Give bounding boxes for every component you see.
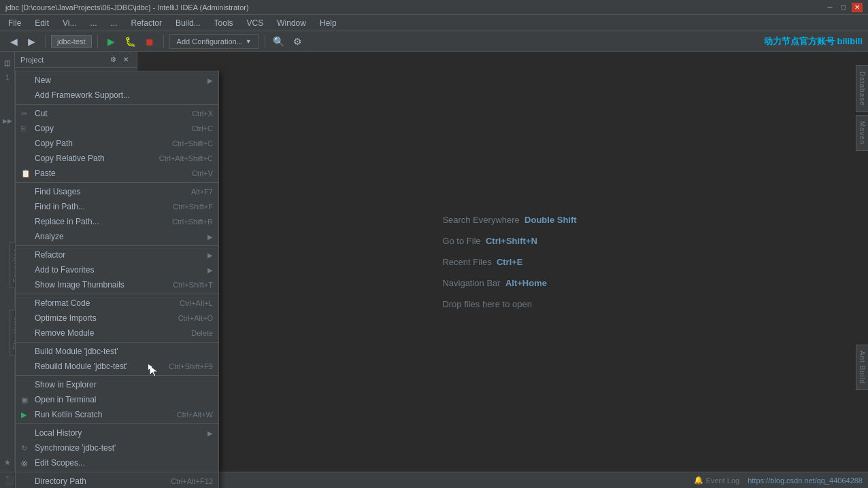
- sidebar-icon-3[interactable]: ★: [1, 455, 14, 469]
- toolbar-settings[interactable]: ⚙: [290, 33, 306, 50]
- menu-edit[interactable]: Edit: [29, 17, 54, 29]
- ctx-edit-scopes[interactable]: ◎ Edit Scopes...: [16, 455, 218, 470]
- database-tab[interactable]: Database: [856, 65, 868, 112]
- ctx-optimize[interactable]: Optimize Imports Ctrl+Alt+O: [16, 311, 218, 326]
- ctx-show-explorer[interactable]: Show in Explorer: [16, 377, 218, 392]
- ctx-show-thumbnails[interactable]: Show Image Thumbnails Ctrl+Shift+T: [16, 277, 218, 292]
- shortcut-nav-bar: Alt+Home: [505, 278, 547, 288]
- panel-title: Project: [20, 56, 44, 64]
- ctx-sep-6: [16, 375, 218, 376]
- sidebar-project-icon[interactable]: ◫: [1, 56, 14, 69]
- ctx-kotlin-shortcut: Ctrl+Alt+W: [177, 411, 213, 419]
- title-bar: jdbc [D:\course\JavaProjects\06-JDBC\jdb…: [0, 0, 868, 15]
- ctx-copy-rel-path[interactable]: Copy Relative Path Ctrl+Alt+Shift+C: [16, 151, 218, 166]
- ctx-analyze-arrow: ▶: [207, 233, 213, 241]
- ant-build-tab[interactable]: Ant Build: [856, 345, 868, 390]
- ctx-refactor[interactable]: Refactor ▶: [16, 247, 218, 262]
- ctx-find-path[interactable]: Find in Path... Ctrl+Shift+F: [16, 199, 218, 214]
- ant-build-label[interactable]: Ant Build: [856, 345, 868, 390]
- ctx-add-favorites[interactable]: Add to Favorites ▶: [16, 262, 218, 277]
- menu-vcs[interactable]: VCS: [241, 17, 269, 29]
- ctx-refactor-label: Refactor: [35, 250, 65, 260]
- ctx-favorites-label: Add to Favorites: [35, 265, 94, 275]
- toolbar-separator-2: [97, 35, 98, 48]
- ctx-copyrelpath-label: Copy Relative Path: [35, 154, 105, 163]
- ctx-run-kotlin[interactable]: ▶ Run Kotlin Scratch Ctrl+Alt+W: [16, 407, 218, 422]
- ctx-sync-icon: ↻: [21, 444, 31, 453]
- menu-code[interactable]: ...: [105, 17, 123, 29]
- shortcut-goto-file: Ctrl+Shift+N: [486, 236, 537, 246]
- sidebar-icon-2[interactable]: ▶▶: [1, 114, 14, 128]
- event-log-item[interactable]: 🔔 Event Log: [694, 476, 740, 485]
- ctx-cut[interactable]: ✂ Cut Ctrl+X: [16, 106, 218, 121]
- ctx-terminal-label: Open in Terminal: [35, 395, 97, 404]
- ctx-optimize-shortcut: Ctrl+Alt+O: [178, 314, 213, 322]
- main-layout: ◫ 1 ▶▶ ★ Project ⚙ ✕ 📁 Proje... ▼ 📁 jdbc: [0, 52, 868, 472]
- ctx-thumbnails-label: Show Image Thumbnails: [35, 280, 124, 290]
- ctx-scopes-label: Edit Scopes...: [35, 458, 85, 468]
- ctx-paste[interactable]: 📋 Paste Ctrl+V: [16, 166, 218, 181]
- right-side-tabs: Database Maven: [856, 65, 868, 151]
- toolbar-search[interactable]: 🔍: [271, 33, 287, 50]
- ctx-thumbnails-shortcut: Ctrl+Shift+T: [173, 281, 213, 289]
- ctx-build[interactable]: Build Module 'jdbc-test': [16, 344, 218, 359]
- ctx-open-terminal[interactable]: ▣ Open in Terminal: [16, 392, 218, 407]
- ctx-rebuild[interactable]: Rebuild Module 'jdbc-test' Ctrl+Shift+F9: [16, 359, 218, 374]
- toolbar: ◀ ▶ jdbc-test ▶ 🐛 ◼ Add Configuration...…: [0, 31, 868, 52]
- toolbar-separator-4: [265, 35, 265, 48]
- ctx-find-usages[interactable]: Find Usages Alt+F7: [16, 184, 218, 199]
- ctx-analyze[interactable]: Analyze ▶: [16, 229, 218, 244]
- shortcut-recent-files: Ctrl+E: [497, 257, 523, 267]
- ctx-local-history[interactable]: Local History ▶: [16, 425, 218, 440]
- title-text: jdbc [D:\course\JavaProjects\06-JDBC\jdb…: [5, 3, 249, 12]
- window-controls[interactable]: ─ □ ✕: [824, 3, 863, 12]
- ctx-copy-path[interactable]: Copy Path Ctrl+Shift+C: [16, 136, 218, 151]
- ctx-dirpath-shortcut: Ctrl+Alt+F12: [171, 477, 213, 485]
- minimize-button[interactable]: ─: [824, 3, 835, 12]
- menu-navigate[interactable]: ...: [85, 17, 103, 29]
- toolbar-run[interactable]: ▶: [103, 33, 120, 50]
- csdn-link[interactable]: https://blog.csdn.net/qq_44064288: [748, 476, 863, 485]
- ctx-kotlin-icon: ▶: [21, 411, 31, 419]
- ctx-add-framework[interactable]: Add Framework Support...: [16, 88, 218, 103]
- ctx-analyze-label: Analyze: [35, 232, 64, 241]
- ctx-copypath-label: Copy Path: [35, 139, 73, 148]
- ctx-copy[interactable]: ⎘ Copy Ctrl+C: [16, 121, 218, 136]
- toolbar-stop[interactable]: ◼: [141, 33, 158, 50]
- panel-settings-btn[interactable]: ⚙: [107, 54, 118, 65]
- menu-refactor[interactable]: Refactor: [126, 17, 167, 29]
- maximize-button[interactable]: □: [838, 3, 849, 12]
- ctx-sync-label: Synchronize 'jdbc-test': [35, 443, 116, 453]
- ctx-terminal-icon: ▣: [21, 396, 31, 404]
- close-button[interactable]: ✕: [852, 3, 863, 12]
- dropdown-icon: ▼: [246, 38, 252, 45]
- menu-file[interactable]: File: [3, 17, 27, 29]
- menu-window[interactable]: Window: [271, 17, 312, 29]
- ctx-new[interactable]: New ▶: [16, 73, 218, 88]
- ctx-sep-3: [16, 245, 218, 246]
- menu-view[interactable]: Vi...: [57, 17, 82, 29]
- hint-search-everywhere: Search Everywhere Double Shift: [442, 215, 576, 225]
- ctx-replace-path[interactable]: Replace in Path... Ctrl+Shift+R: [16, 214, 218, 229]
- ctx-synchronize[interactable]: ↻ Synchronize 'jdbc-test': [16, 440, 218, 455]
- add-configuration-button[interactable]: Add Configuration... ▼: [169, 34, 259, 49]
- toolbar-debug[interactable]: 🐛: [122, 33, 139, 50]
- hint-recent-files: Recent Files Ctrl+E: [442, 257, 522, 267]
- menu-help[interactable]: Help: [314, 17, 342, 29]
- panel-close-btn[interactable]: ✕: [120, 54, 131, 65]
- ctx-build-label: Build Module 'jdbc-test': [35, 347, 118, 356]
- project-selector[interactable]: jdbc-test: [51, 35, 92, 48]
- ctx-reformat[interactable]: Reformat Code Ctrl+Alt+L: [16, 296, 218, 311]
- toolbar-back[interactable]: ◀: [5, 33, 22, 50]
- ctx-scopes-icon: ◎: [21, 459, 31, 468]
- toolbar-forward[interactable]: ▶: [23, 33, 39, 50]
- eventlog-label: Event Log: [706, 476, 740, 485]
- maven-tab[interactable]: Maven: [856, 115, 868, 151]
- ctx-dir-path[interactable]: Directory Path Ctrl+Alt+F12: [16, 474, 218, 488]
- ctx-remove-module[interactable]: Remove Module Delete: [16, 326, 218, 341]
- ctx-optimize-label: Optimize Imports: [35, 313, 97, 323]
- sidebar-icon-1[interactable]: 1: [1, 71, 14, 84]
- menu-tools[interactable]: Tools: [209, 17, 239, 29]
- hint-nav-bar: Navigation Bar Alt+Home: [442, 278, 547, 288]
- menu-build[interactable]: Build...: [170, 17, 206, 29]
